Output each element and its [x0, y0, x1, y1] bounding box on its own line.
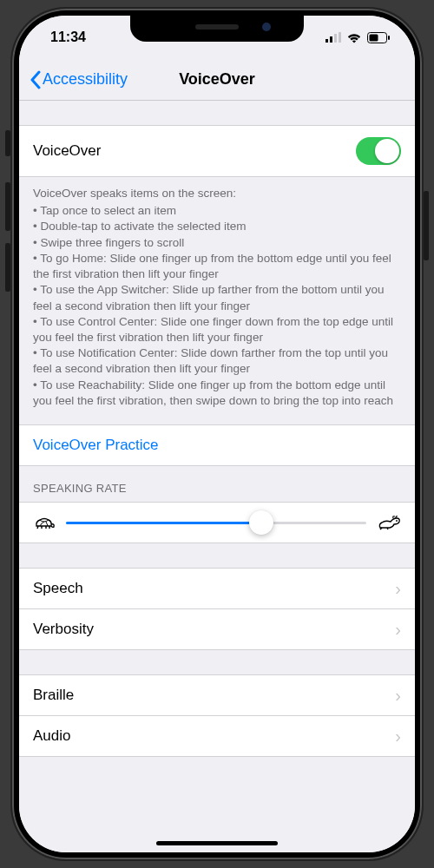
- back-button[interactable]: Accessibility: [30, 70, 128, 89]
- voiceover-practice-row[interactable]: VoiceOver Practice: [19, 424, 415, 466]
- voiceover-practice-label: VoiceOver Practice: [33, 437, 159, 454]
- svg-rect-0: [326, 39, 328, 43]
- chevron-right-icon: ›: [395, 621, 401, 638]
- battery-icon: [367, 32, 391, 43]
- desc-bullet: Double-tap to activate the selected item: [33, 219, 401, 234]
- verbosity-label: Verbosity: [33, 621, 94, 638]
- desc-bullet: Tap once to select an item: [33, 203, 401, 219]
- desc-bullet: To go Home: Slide one finger up from the…: [33, 251, 401, 282]
- svg-rect-6: [388, 36, 390, 40]
- desc-intro: VoiceOver speaks items on the screen:: [33, 186, 401, 201]
- desc-bullet: Swipe three fingers to scroll: [33, 235, 401, 251]
- speaking-rate-header: SPEAKING RATE: [19, 466, 415, 502]
- desc-bullet: To use Reachability: Slide one finger up…: [33, 378, 401, 409]
- svg-rect-1: [330, 36, 332, 43]
- desc-bullet: To use Control Center: Slide one finger …: [33, 314, 401, 345]
- svg-rect-5: [370, 34, 378, 41]
- chevron-left-icon: [30, 70, 41, 89]
- cellular-icon: [326, 32, 341, 43]
- back-label: Accessibility: [43, 70, 128, 89]
- speech-row[interactable]: Speech ›: [19, 568, 415, 608]
- home-indicator[interactable]: [156, 841, 278, 845]
- chevron-right-icon: ›: [395, 687, 401, 704]
- desc-bullet: To use Notification Center: Slide down f…: [33, 345, 401, 377]
- chevron-right-icon: ›: [395, 580, 401, 597]
- nav-bar: Accessibility VoiceOver: [19, 59, 415, 101]
- notch: [130, 16, 304, 42]
- wifi-icon: [346, 32, 362, 43]
- turtle-icon: [33, 515, 56, 530]
- audio-row[interactable]: Audio ›: [19, 715, 415, 757]
- status-time: 11:34: [50, 30, 86, 45]
- voiceover-description: VoiceOver speaks items on the screen: Ta…: [19, 177, 415, 424]
- svg-rect-3: [339, 32, 341, 43]
- speaking-rate-row: [19, 502, 415, 543]
- svg-rect-2: [334, 34, 337, 43]
- phone-frame: 11:34 Accessibility VoiceOver: [12, 9, 422, 859]
- content-scroll[interactable]: VoiceOver VoiceOver speaks items on the …: [19, 101, 415, 852]
- speaking-rate-slider[interactable]: [66, 522, 366, 524]
- braille-row[interactable]: Braille ›: [19, 674, 415, 715]
- svg-point-7: [396, 520, 398, 522]
- voiceover-toggle[interactable]: [356, 137, 401, 165]
- voiceover-toggle-label: VoiceOver: [33, 142, 101, 160]
- voiceover-toggle-row[interactable]: VoiceOver: [19, 125, 415, 177]
- hare-icon: [377, 515, 401, 530]
- desc-bullet: To use the App Switcher: Slide up farthe…: [33, 282, 401, 313]
- verbosity-row[interactable]: Verbosity ›: [19, 608, 415, 650]
- chevron-right-icon: ›: [395, 727, 401, 745]
- page-title: VoiceOver: [179, 70, 255, 89]
- slider-thumb[interactable]: [249, 510, 273, 535]
- screen: 11:34 Accessibility VoiceOver: [19, 16, 415, 852]
- audio-label: Audio: [33, 727, 70, 745]
- braille-label: Braille: [33, 687, 74, 704]
- speech-label: Speech: [33, 580, 83, 597]
